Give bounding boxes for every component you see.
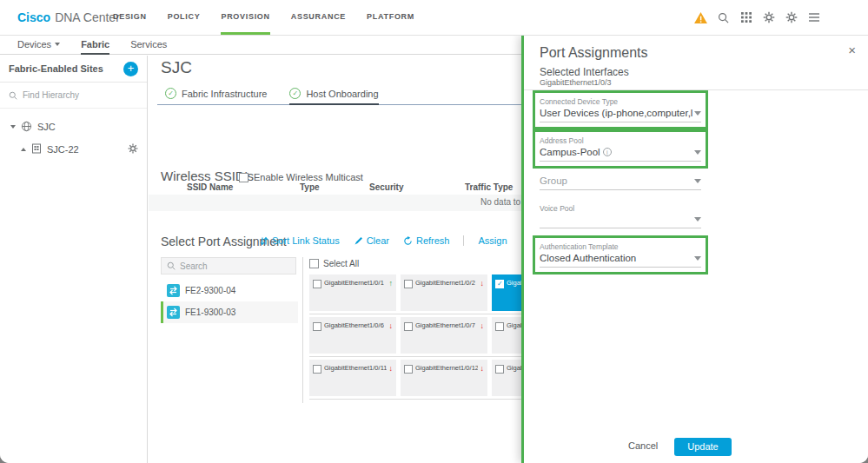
field-value: User Devices (ip-phone,computer,l [540, 108, 692, 118]
tree-item-label: SJC [37, 122, 56, 132]
assign-button[interactable]: Assign [478, 235, 507, 246]
port-status-icon [480, 364, 485, 373]
switch-icon [167, 284, 180, 297]
nav-platform[interactable]: PLATFORM [367, 0, 414, 35]
sidebar: Fabric-Enabled Sites SJC SJC-22 [0, 56, 148, 463]
port-checkbox[interactable] [313, 365, 321, 374]
refresh-button[interactable]: Refresh [403, 235, 450, 246]
top-header: CiscoDNA Center DESIGN POLICY PROVISION … [0, 0, 868, 36]
sort-link-status-button[interactable]: Sort Link Status [260, 235, 340, 246]
multicast-label: Enable Wireless Multicast [254, 172, 363, 182]
device-item-selected[interactable]: FE1-9300-03 [161, 301, 298, 323]
select-all-checkbox[interactable] [309, 259, 319, 268]
tree-item-sjc[interactable]: SJC [0, 116, 147, 138]
port-checkbox[interactable] [404, 322, 413, 331]
subnav-services[interactable]: Services [130, 36, 167, 55]
building-icon [31, 143, 42, 155]
subnav-devices[interactable]: Devices [17, 36, 60, 55]
menu-icon[interactable] [806, 10, 821, 25]
nav-provision[interactable]: PROVISION [221, 0, 269, 35]
sidebar-header: Fabric-Enabled Sites [0, 56, 147, 83]
clear-label: Clear [367, 235, 389, 246]
refresh-icon [403, 236, 413, 246]
enable-wireless-multicast[interactable]: Enable Wireless Multicast [239, 172, 363, 182]
port-tile[interactable]: GigabitEthernet1/0/6 [309, 317, 396, 354]
clear-button[interactable]: Clear [354, 235, 389, 246]
port-name: GigabitEthernet1/0/2 [415, 279, 475, 287]
settings-gear-icon[interactable] [784, 10, 798, 25]
find-hierarchy-input[interactable] [23, 90, 127, 100]
port-tile[interactable]: GigabitEthernet1/0/12 [401, 360, 487, 396]
apps-grid-icon[interactable] [739, 10, 753, 25]
check-circle-icon [289, 88, 301, 99]
field-value: Closed Authentication [540, 253, 636, 263]
nav-assurance[interactable]: ASSURANCE [291, 0, 346, 35]
port-status-icon [480, 279, 485, 288]
add-site-button[interactable] [123, 62, 138, 76]
tab-label: Host Onboarding [306, 89, 378, 99]
chevron-down-icon [694, 217, 701, 222]
subnav-fabric-label: Fabric [81, 39, 109, 50]
voice-pool-dropdown[interactable]: Voice Pool [540, 204, 701, 228]
port-status-icon [480, 321, 485, 330]
port-tile[interactable]: GigabitEthernet1/0/11 [309, 360, 396, 396]
field-label: Authentication Template [540, 242, 701, 251]
warning-icon[interactable] [693, 10, 708, 25]
port-checkbox[interactable] [404, 365, 413, 374]
authentication-template-dropdown[interactable]: Authentication Template Closed Authentic… [540, 242, 701, 268]
brand-cisco: Cisco [17, 10, 50, 24]
search-icon [167, 261, 176, 270]
nav-design[interactable]: DESIGN [113, 0, 147, 35]
chevron-down-icon [694, 111, 701, 116]
port-actions: Sort Link Status Clear Refresh Assign [260, 235, 507, 246]
selected-interface-value: GigabitEthernet1/0/3 [540, 78, 612, 87]
brand-logo[interactable]: CiscoDNA Center [17, 0, 120, 35]
port-checkbox[interactable] [495, 365, 504, 374]
check-circle-icon [165, 88, 176, 99]
subnav-devices-label: Devices [17, 39, 51, 50]
port-name: GigabitEthernet1/0/1 [324, 279, 384, 287]
column-security: Security [369, 182, 403, 192]
help-gear-icon[interactable] [761, 10, 776, 25]
multicast-checkbox[interactable] [239, 173, 248, 182]
update-button[interactable]: Update [674, 438, 732, 456]
info-icon[interactable] [603, 148, 612, 156]
device-search [161, 257, 296, 274]
nav-policy[interactable]: POLICY [168, 0, 201, 35]
close-icon[interactable] [848, 43, 856, 57]
address-pool-dropdown[interactable]: Address Pool Campus-Pool [540, 136, 701, 162]
port-tile[interactable]: GigabitEthernet1/0/7 [401, 317, 487, 354]
pencil-icon [354, 236, 363, 246]
port-tile[interactable]: GigabitEthernet1/0/2 [401, 274, 487, 311]
connected-device-type-dropdown[interactable]: Connected Device Type User Devices (ip-p… [540, 97, 701, 122]
cancel-button[interactable]: Cancel [628, 440, 658, 451]
port-checkbox[interactable] [404, 280, 413, 288]
main-nav: DESIGN POLICY PROVISION ASSURANCE PLATFO… [113, 0, 414, 35]
tab-host-onboarding[interactable]: Host Onboarding [289, 83, 378, 105]
find-hierarchy-row [0, 83, 147, 109]
device-item[interactable]: FE2-9300-04 [161, 280, 298, 301]
device-search-input[interactable] [180, 261, 275, 271]
port-tile[interactable]: GigabitEthernet1/0/1 [309, 274, 396, 311]
subnav-services-label: Services [130, 39, 167, 50]
app-root: CiscoDNA Center DESIGN POLICY PROVISION … [0, 0, 868, 463]
panel-title: Port Assignments [540, 45, 648, 61]
field-label: Voice Pool [540, 204, 701, 213]
search-icon[interactable] [716, 10, 731, 25]
port-checkbox[interactable] [313, 322, 321, 331]
globe-icon [21, 121, 32, 134]
port-checkbox[interactable] [495, 322, 504, 331]
group-dropdown[interactable]: Group [540, 175, 701, 190]
assign-label: Assign [478, 235, 507, 246]
site-gear-icon[interactable] [128, 143, 138, 155]
port-checkbox[interactable] [313, 280, 321, 288]
tab-fabric-infrastructure[interactable]: Fabric Infrastructure [165, 83, 267, 105]
divider [524, 89, 868, 90]
port-status-icon [389, 364, 394, 373]
tree-item-sjc-22[interactable]: SJC-22 [0, 138, 147, 161]
subnav-fabric[interactable]: Fabric [81, 36, 109, 55]
chevron-down-icon [10, 125, 16, 129]
port-checkbox[interactable] [495, 280, 504, 288]
port-status-icon [389, 321, 394, 330]
field-label: Connected Device Type [540, 97, 701, 106]
